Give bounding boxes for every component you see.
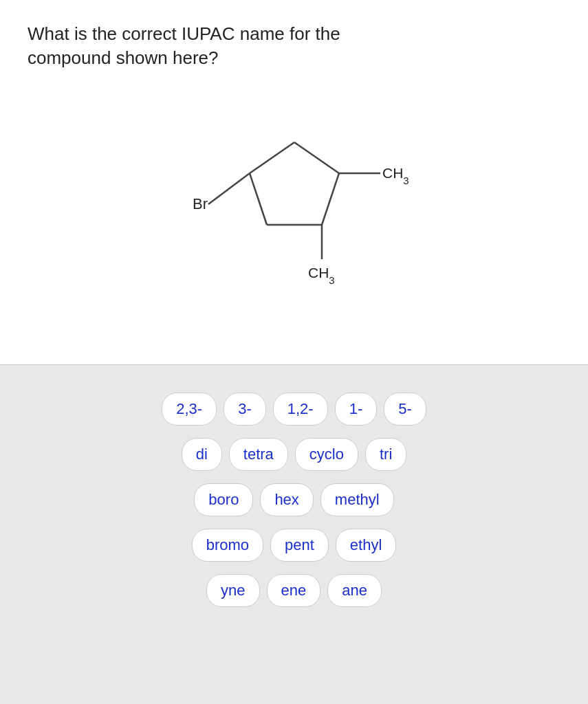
question-section: What is the correct IUPAC name for the c… (0, 0, 588, 364)
chip-1-1[interactable]: tetra (229, 438, 288, 471)
chip-0-1[interactable]: 3- (224, 393, 266, 426)
chip-1-0[interactable]: di (182, 438, 222, 471)
chip-row-3: bromopentethyl (192, 529, 397, 562)
chip-1-3[interactable]: tri (365, 438, 406, 471)
svg-line-4 (250, 142, 294, 173)
svg-line-5 (208, 173, 250, 204)
chip-4-2[interactable]: ane (327, 574, 382, 607)
br-label: Br (193, 195, 208, 212)
chip-2-1[interactable]: hex (260, 483, 313, 516)
chip-0-4[interactable]: 5- (384, 393, 426, 426)
chip-row-0: 2,3-3-1,2-1-5- (162, 393, 426, 426)
chip-0-3[interactable]: 1- (335, 393, 378, 426)
chip-0-0[interactable]: 2,3- (162, 393, 217, 426)
chip-3-1[interactable]: pent (270, 529, 329, 562)
svg-line-0 (294, 142, 339, 173)
chip-2-0[interactable]: boro (194, 483, 253, 516)
chip-2-2[interactable]: methyl (320, 483, 394, 516)
chip-row-2: borohexmethyl (194, 483, 393, 516)
chip-1-2[interactable]: cyclo (295, 438, 358, 471)
chip-4-1[interactable]: ene (267, 574, 321, 607)
ch3-right-label: CH3 (382, 165, 409, 186)
chip-0-2[interactable]: 1,2- (273, 393, 328, 426)
molecule-diagram: Br CH3 CH3 (28, 91, 560, 311)
svg-line-3 (250, 173, 267, 225)
chip-4-0[interactable]: yne (206, 574, 259, 607)
chip-row-1: ditetracyclotri (182, 438, 407, 471)
question-text: What is the correct IUPAC name for the c… (28, 22, 385, 70)
answer-area: 2,3-3-1,2-1-5-ditetracyclotriborohexmeth… (14, 393, 574, 607)
chip-3-0[interactable]: bromo (192, 529, 263, 562)
chip-row-4: yneeneane (206, 574, 382, 607)
svg-line-1 (322, 173, 339, 225)
molecule-svg: Br CH3 CH3 (177, 104, 411, 297)
answer-section: 2,3-3-1,2-1-5-ditetracyclotriborohexmeth… (0, 365, 588, 704)
chip-3-2[interactable]: ethyl (336, 529, 396, 562)
ch3-bottom-label: CH3 (308, 265, 335, 286)
